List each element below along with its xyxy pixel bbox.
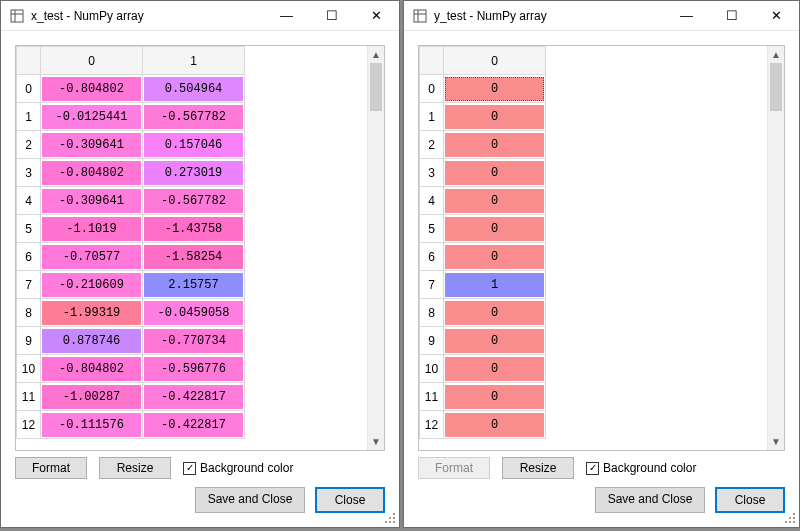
column-header[interactable]: 0 xyxy=(41,47,143,75)
row-header[interactable]: 3 xyxy=(420,159,444,187)
row-header[interactable]: 6 xyxy=(17,243,41,271)
array-cell[interactable]: -1.43758 xyxy=(143,215,245,243)
array-cell[interactable]: 0 xyxy=(444,411,546,439)
array-cell[interactable]: -1.58254 xyxy=(143,243,245,271)
scroll-up-button[interactable]: ▲ xyxy=(368,46,384,63)
row-header[interactable]: 5 xyxy=(17,215,41,243)
row-header[interactable]: 11 xyxy=(17,383,41,411)
grid-viewport[interactable]: 000102030405060718090100110120 xyxy=(419,46,767,450)
row-header[interactable]: 1 xyxy=(17,103,41,131)
row-header[interactable]: 2 xyxy=(420,131,444,159)
scroll-thumb[interactable] xyxy=(770,63,782,111)
array-cell[interactable]: 0 xyxy=(444,327,546,355)
resize-button[interactable]: Resize xyxy=(99,457,171,479)
array-cell[interactable]: 0 xyxy=(444,383,546,411)
row-header[interactable]: 3 xyxy=(17,159,41,187)
row-header[interactable]: 10 xyxy=(17,355,41,383)
array-cell[interactable]: -0.111576 xyxy=(41,411,143,439)
array-cell[interactable]: -0.804802 xyxy=(41,355,143,383)
format-button[interactable]: Format xyxy=(418,457,490,479)
array-cell[interactable]: 0 xyxy=(444,187,546,215)
array-cell[interactable]: -0.422817 xyxy=(143,411,245,439)
vertical-scrollbar[interactable]: ▲ ▼ xyxy=(367,46,384,450)
array-cell[interactable]: 0 xyxy=(444,159,546,187)
titlebar[interactable]: y_test - NumPy array — ☐ ✕ xyxy=(404,1,799,31)
background-color-checkbox[interactable]: ✓ Background color xyxy=(183,461,293,475)
close-button[interactable]: Close xyxy=(715,487,785,513)
vertical-scrollbar[interactable]: ▲ ▼ xyxy=(767,46,784,450)
row-header[interactable]: 12 xyxy=(420,411,444,439)
array-cell[interactable]: 0 xyxy=(444,355,546,383)
array-cell[interactable]: -0.422817 xyxy=(143,383,245,411)
array-cell[interactable]: 0 xyxy=(444,131,546,159)
array-cell[interactable]: 0 xyxy=(444,75,546,103)
row-header[interactable]: 1 xyxy=(420,103,444,131)
close-window-button[interactable]: ✕ xyxy=(754,1,799,30)
array-cell[interactable]: -0.770734 xyxy=(143,327,245,355)
scroll-up-button[interactable]: ▲ xyxy=(768,46,784,63)
array-cell[interactable]: 0.157046 xyxy=(143,131,245,159)
close-button[interactable]: Close xyxy=(315,487,385,513)
array-cell[interactable]: 0.878746 xyxy=(41,327,143,355)
close-window-button[interactable]: ✕ xyxy=(354,1,399,30)
footer-row: Save and Close Close xyxy=(418,483,785,521)
array-cell[interactable]: -1.00287 xyxy=(41,383,143,411)
array-cell[interactable]: -0.567782 xyxy=(143,187,245,215)
row-header[interactable]: 0 xyxy=(17,75,41,103)
minimize-button[interactable]: — xyxy=(664,1,709,30)
scroll-track[interactable] xyxy=(368,63,384,433)
row-header[interactable]: 11 xyxy=(420,383,444,411)
row-header[interactable]: 4 xyxy=(420,187,444,215)
format-button[interactable]: Format xyxy=(15,457,87,479)
row-header[interactable]: 9 xyxy=(420,327,444,355)
row-header[interactable]: 7 xyxy=(420,271,444,299)
array-cell[interactable]: 0 xyxy=(444,215,546,243)
save-and-close-button[interactable]: Save and Close xyxy=(595,487,705,513)
minimize-button[interactable]: — xyxy=(264,1,309,30)
array-cell[interactable]: 1 xyxy=(444,271,546,299)
grid-viewport[interactable]: 010-0.8048020.5049641-0.0125441-0.567782… xyxy=(16,46,367,450)
row-header[interactable]: 8 xyxy=(420,299,444,327)
scroll-down-button[interactable]: ▼ xyxy=(768,433,784,450)
row-header[interactable]: 7 xyxy=(17,271,41,299)
scroll-down-button[interactable]: ▼ xyxy=(368,433,384,450)
array-cell[interactable]: -1.1019 xyxy=(41,215,143,243)
array-cell[interactable]: -0.596776 xyxy=(143,355,245,383)
array-cell[interactable]: 0 xyxy=(444,299,546,327)
row-header[interactable]: 8 xyxy=(17,299,41,327)
array-cell[interactable]: 0 xyxy=(444,243,546,271)
row-header[interactable]: 2 xyxy=(17,131,41,159)
array-cell[interactable]: -0.70577 xyxy=(41,243,143,271)
array-cell[interactable]: -0.804802 xyxy=(41,159,143,187)
scroll-track[interactable] xyxy=(768,63,784,433)
array-cell[interactable]: -0.309641 xyxy=(41,187,143,215)
array-cell[interactable]: -0.804802 xyxy=(41,75,143,103)
array-cell[interactable]: 2.15757 xyxy=(143,271,245,299)
array-cell[interactable]: -0.210609 xyxy=(41,271,143,299)
row-header[interactable]: 9 xyxy=(17,327,41,355)
row-header[interactable]: 4 xyxy=(17,187,41,215)
array-cell[interactable]: 0 xyxy=(444,103,546,131)
array-cell[interactable]: -0.0459058 xyxy=(143,299,245,327)
row-header[interactable]: 10 xyxy=(420,355,444,383)
resize-button[interactable]: Resize xyxy=(502,457,574,479)
row-header[interactable]: 12 xyxy=(17,411,41,439)
column-header[interactable]: 1 xyxy=(143,47,245,75)
column-header[interactable]: 0 xyxy=(444,47,546,75)
array-cell[interactable]: 0.273019 xyxy=(143,159,245,187)
checkbox-icon: ✓ xyxy=(183,462,196,475)
row-header[interactable]: 5 xyxy=(420,215,444,243)
titlebar[interactable]: x_test - NumPy array — ☐ ✕ xyxy=(1,1,399,31)
array-cell[interactable]: -1.99319 xyxy=(41,299,143,327)
maximize-button[interactable]: ☐ xyxy=(309,1,354,30)
background-color-checkbox[interactable]: ✓ Background color xyxy=(586,461,696,475)
array-cell[interactable]: 0.504964 xyxy=(143,75,245,103)
scroll-thumb[interactable] xyxy=(370,63,382,111)
save-and-close-button[interactable]: Save and Close xyxy=(195,487,305,513)
maximize-button[interactable]: ☐ xyxy=(709,1,754,30)
row-header[interactable]: 6 xyxy=(420,243,444,271)
array-cell[interactable]: -0.0125441 xyxy=(41,103,143,131)
row-header[interactable]: 0 xyxy=(420,75,444,103)
array-cell[interactable]: -0.567782 xyxy=(143,103,245,131)
array-cell[interactable]: -0.309641 xyxy=(41,131,143,159)
